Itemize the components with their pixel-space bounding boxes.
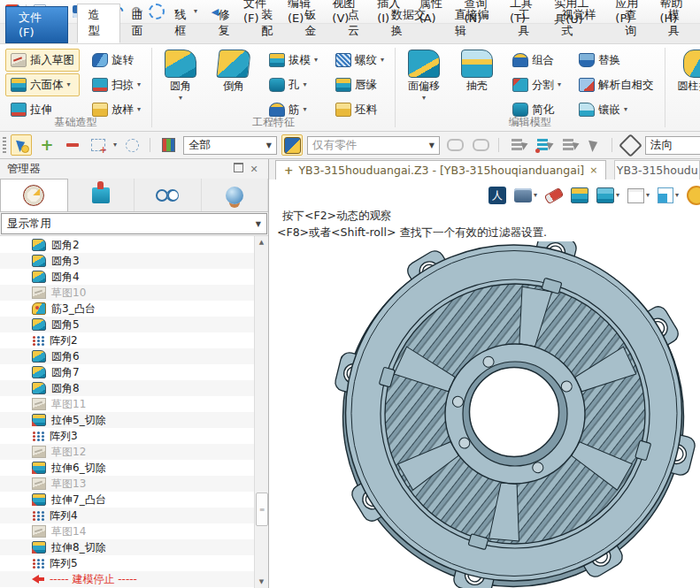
fillet-dropdown-arrow[interactable]: ▾ bbox=[179, 95, 182, 102]
tree-item[interactable]: 阵列4 bbox=[0, 508, 255, 523]
chevron-down-icon[interactable]: ▾ bbox=[675, 192, 679, 199]
thread-dropdown-arrow[interactable]: ▾ bbox=[381, 57, 384, 64]
lip-button[interactable]: 唇缘 bbox=[330, 73, 389, 96]
spin-view-button[interactable] bbox=[687, 186, 698, 205]
tree-item[interactable]: ----- 建模停止 ----- bbox=[0, 571, 255, 587]
hole-button[interactable]: 孔▾ bbox=[264, 73, 323, 96]
divide-dropdown-arrow[interactable]: ▾ bbox=[558, 81, 561, 88]
pick-cursor-button[interactable] bbox=[583, 134, 604, 156]
scene-settings-button[interactable]: ▾ bbox=[514, 188, 537, 202]
blank-display-button[interactable] bbox=[545, 191, 563, 201]
fillet-button[interactable]: 圆角▾ bbox=[158, 49, 204, 103]
ribbon-tab[interactable]: 模具 bbox=[657, 4, 700, 43]
relation-group-button-disabled[interactable] bbox=[470, 134, 491, 156]
filter-color-button[interactable] bbox=[158, 134, 179, 156]
tree-item[interactable]: 筋3_凸台 bbox=[0, 301, 255, 317]
scroll-up-arrow[interactable]: ▲ bbox=[255, 236, 268, 248]
3d-model-motor-end-cover[interactable] bbox=[324, 241, 699, 588]
view-plane-button[interactable]: ▾ bbox=[658, 187, 679, 203]
tab-visual-manager[interactable] bbox=[202, 179, 269, 211]
pick-hint-toggle[interactable] bbox=[11, 134, 32, 156]
ribbon-tab-file[interactable]: 文件(F) bbox=[5, 6, 68, 43]
combine-button[interactable]: 组合 bbox=[507, 49, 566, 72]
tree-item[interactable]: 圆角7 bbox=[0, 364, 255, 380]
tree-item[interactable]: 圆角2 bbox=[0, 237, 255, 253]
add-selection-button[interactable]: + bbox=[36, 134, 58, 156]
scroll-down-arrow[interactable]: ▼ bbox=[255, 576, 268, 588]
plus-icon[interactable]: + bbox=[284, 164, 293, 177]
shell-button[interactable]: 抽壳 bbox=[454, 49, 500, 95]
ribbon-tab[interactable]: 视觉样式 bbox=[550, 4, 613, 43]
chamfer-button[interactable]: 倒角 bbox=[211, 49, 257, 95]
panel-close-button[interactable]: ✕ bbox=[247, 164, 261, 175]
tree-item[interactable]: 草图10 bbox=[0, 285, 255, 301]
scroll-thumb[interactable]: ≡ bbox=[256, 493, 268, 526]
wireframe-mode-button[interactable]: ▾ bbox=[627, 188, 650, 203]
tree-filter-combobox[interactable]: 显示常用▼ bbox=[1, 213, 267, 234]
box-button[interactable]: 六面体▾ bbox=[5, 73, 80, 96]
ribbon-tab[interactable]: 点云 bbox=[336, 4, 380, 43]
pick-last-button[interactable] bbox=[532, 134, 553, 156]
orientation-combobox[interactable]: 法向▼ bbox=[645, 136, 700, 155]
ribbon-tab[interactable]: 查询 bbox=[613, 4, 657, 43]
ribbon-tab[interactable]: 数据交换 bbox=[380, 4, 443, 43]
tree-item[interactable]: 拉伸7_凸台 bbox=[0, 492, 255, 508]
relation-filter-button-disabled[interactable] bbox=[444, 134, 465, 156]
rib-dropdown-arrow[interactable]: ▾ bbox=[304, 106, 307, 113]
tree-item[interactable]: 草图14 bbox=[0, 523, 255, 539]
tree-item[interactable]: 拉伸6_切除 bbox=[0, 460, 255, 476]
walkthrough-button[interactable]: 人 bbox=[488, 187, 506, 204]
sweep-dropdown-arrow[interactable]: ▾ bbox=[137, 81, 141, 88]
tab-visibility-manager[interactable] bbox=[135, 179, 202, 211]
orientation-button[interactable] bbox=[619, 134, 641, 156]
tree-item[interactable]: 圆角6 bbox=[0, 348, 255, 364]
ribbon-tab[interactable]: 线框 bbox=[164, 4, 207, 43]
resolve-self-intersection-button[interactable]: 解析自相交 bbox=[573, 73, 659, 96]
box-dropdown-arrow[interactable]: ▾ bbox=[67, 81, 71, 88]
pick-all-button[interactable] bbox=[558, 134, 579, 156]
chevron-down-icon[interactable]: ▾ bbox=[616, 192, 619, 199]
ribbon-tab[interactable]: 造型 bbox=[77, 4, 120, 43]
tree-item[interactable]: 拉伸5_切除 bbox=[0, 412, 255, 428]
face-offset-button[interactable]: 面偏移▾ bbox=[401, 49, 447, 103]
window-select-dropdown-arrow[interactable]: ▾ bbox=[113, 141, 117, 149]
tree-item[interactable]: 圆角4 bbox=[0, 269, 255, 285]
shaded-mode-button[interactable]: ▾ bbox=[596, 187, 619, 203]
sweep-button[interactable]: 扫掠▾ bbox=[87, 73, 146, 96]
graphics-canvas[interactable]: 人 ▾ ▾ ▾ ▾ 按下<F2>动态的观察 <F8>或者<Shift-roll>… bbox=[269, 179, 700, 588]
tree-item[interactable]: 草图13 bbox=[0, 476, 255, 492]
ribbon-tab[interactable]: 装配 bbox=[250, 4, 293, 43]
tree-item[interactable]: 圆角8 bbox=[0, 380, 255, 396]
hole-dropdown-arrow[interactable]: ▾ bbox=[304, 81, 307, 88]
remove-selection-button[interactable] bbox=[62, 134, 83, 156]
shade-analysis-button[interactable] bbox=[571, 187, 588, 203]
pick-list-button[interactable] bbox=[506, 134, 527, 156]
document-tab-second[interactable]: YB3-315houdu bbox=[614, 160, 700, 179]
ribbon-tab[interactable]: 直接编辑 bbox=[443, 4, 507, 43]
tab-assembly-manager[interactable] bbox=[68, 179, 135, 211]
panel-restore-button[interactable] bbox=[231, 163, 245, 175]
tree-item[interactable]: 草图12 bbox=[0, 444, 255, 460]
loft-dropdown-arrow[interactable]: ▾ bbox=[137, 106, 141, 113]
lasso-select-button[interactable] bbox=[121, 134, 142, 156]
face-offset-dropdown-arrow[interactable]: ▾ bbox=[422, 95, 426, 102]
draft-button[interactable]: 拔模▾ bbox=[264, 49, 323, 72]
insert-sketch-button[interactable]: 插入草图 bbox=[5, 49, 80, 72]
ribbon-tab[interactable]: 工具 bbox=[507, 4, 550, 43]
pick-from-part-toggle[interactable] bbox=[281, 134, 303, 156]
tree-item[interactable]: 圆角5 bbox=[0, 317, 255, 332]
toolbar-grip[interactable] bbox=[3, 137, 6, 153]
tree-item[interactable]: 拉伸8_切除 bbox=[0, 539, 255, 555]
tree-item[interactable]: 阵列5 bbox=[0, 555, 255, 571]
chevron-down-icon[interactable]: ▾ bbox=[646, 192, 650, 199]
entity-filter-combobox[interactable]: 全部▼ bbox=[183, 136, 277, 155]
tree-item[interactable]: 圆角3 bbox=[0, 253, 255, 269]
tree-item[interactable]: 阵列2 bbox=[0, 332, 255, 348]
tab-history-manager[interactable] bbox=[0, 179, 68, 211]
window-select-button[interactable] bbox=[88, 134, 109, 156]
divide-button[interactable]: 分割▾ bbox=[507, 73, 566, 96]
ribbon-tab[interactable]: 钣金 bbox=[293, 4, 336, 43]
revolve-button[interactable]: 旋转 bbox=[87, 49, 146, 72]
replace-button[interactable]: 替换 bbox=[573, 49, 659, 72]
ribbon-tab[interactable]: 曲面 bbox=[120, 4, 164, 43]
